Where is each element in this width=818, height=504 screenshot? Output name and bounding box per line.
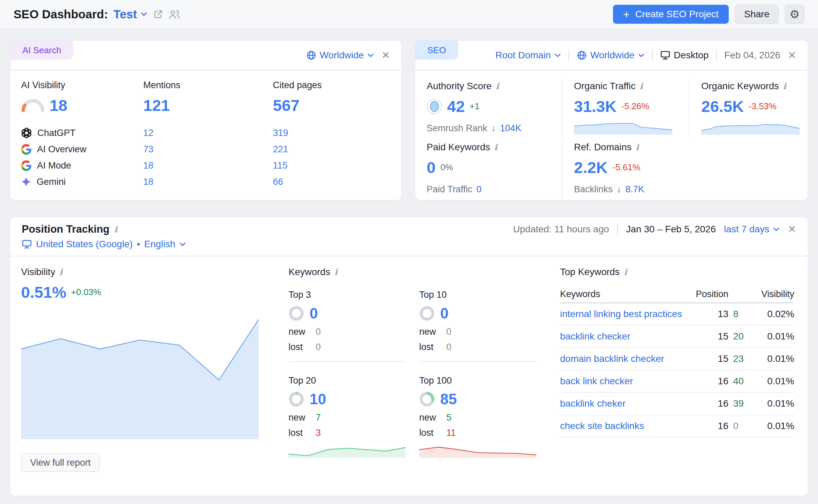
ai-mode-mentions[interactable]: 18 [143, 157, 273, 174]
donut-icon [419, 391, 435, 407]
divider [569, 50, 569, 61]
desktop-icon [22, 239, 32, 249]
google-icon [21, 160, 32, 171]
project-selector[interactable]: Test [113, 7, 148, 21]
ai-overview-cited[interactable]: 221 [273, 141, 388, 157]
info-icon[interactable]: i [114, 225, 117, 234]
authority-score-block: Authority Scorei 42 +1 Semrush Rank ↓ 10… [427, 79, 562, 137]
visibility-trend-chart [21, 310, 259, 439]
share-button[interactable]: Share [735, 5, 779, 24]
backlinks-value[interactable]: 8.7K [626, 184, 645, 195]
info-icon[interactable]: i [783, 81, 786, 91]
tab-ai-search[interactable]: AI Search [10, 41, 73, 60]
divider [419, 361, 536, 362]
divider [289, 361, 406, 362]
ai-visibility-value: 18 [50, 96, 67, 115]
info-icon[interactable]: i [334, 267, 338, 277]
table-row: back link checker 16 40 0.01% [560, 370, 794, 393]
info-icon[interactable]: i [636, 142, 639, 152]
divider [617, 224, 618, 235]
chevron-down-icon [554, 53, 561, 58]
organic-keywords-value: 26.5K [701, 97, 744, 116]
divider [652, 50, 653, 61]
ai-region-dropdown[interactable]: Worldwide [306, 50, 374, 61]
create-seo-project-button[interactable]: + Create SEO Project [613, 5, 729, 24]
organic-keywords-sparkline [701, 119, 800, 135]
bucket-top-10: Top 10 0 new0 lost0 [419, 290, 536, 362]
seo-region-dropdown[interactable]: Worldwide [577, 50, 645, 61]
table-header: Keywords Position Visibility [560, 286, 794, 303]
keyword-link[interactable]: domain backlink checker [560, 353, 691, 364]
visibility-delta: +0.03% [71, 287, 101, 297]
engine-row-ai-mode: AI Mode [21, 157, 143, 174]
settings-button[interactable]: ⚙ [785, 5, 804, 24]
top100-lost: 11 [446, 428, 456, 438]
device-selector[interactable]: Desktop [660, 50, 709, 61]
gemini-cited[interactable]: 66 [273, 174, 388, 190]
top-keywords-section: Top Keywordsi Keywords Position Visibili… [560, 267, 794, 472]
cited-pages-label: Cited pages [273, 80, 388, 96]
top20-trend-sparkline [289, 443, 406, 458]
bucket-top-20: Top 20 10 new7 lost3 [289, 375, 406, 458]
external-link-icon[interactable] [153, 9, 163, 19]
top3-count: 0 [310, 305, 318, 322]
donut-icon [419, 306, 435, 321]
users-icon[interactable] [169, 9, 180, 19]
top20-count: 10 [310, 391, 326, 408]
date-range: Jan 30 – Feb 5, 2026 [626, 224, 716, 235]
keyword-link[interactable]: check site backlinks [560, 421, 691, 431]
ref-domains-value: 2.2K [574, 158, 608, 177]
divider [716, 50, 717, 61]
mentions-label: Mentions [143, 80, 273, 96]
mentions-value: 121 [143, 96, 170, 115]
paid-traffic-value[interactable]: 0 [477, 184, 482, 195]
table-row: internal linking best practices 13 8 0.0… [560, 303, 794, 326]
updated-label: Updated: 11 hours ago [513, 224, 609, 235]
position-tracking-card: Position Tracking i Updated: 11 hours ag… [10, 217, 808, 496]
top-bar: SEO Dashboard: Test + Create SEO Project… [0, 0, 818, 28]
desktop-icon [660, 51, 670, 60]
keyword-link[interactable]: backlink cheker [560, 398, 691, 409]
top100-count: 85 [440, 391, 457, 408]
donut-icon [289, 391, 304, 407]
info-icon[interactable]: i [59, 267, 63, 277]
authority-score-value: 42 [447, 97, 465, 116]
period-dropdown[interactable]: last 7 days [724, 224, 780, 235]
ai-search-card: AI Search Worldwide ✕ AI Visibility Ment… [10, 41, 402, 200]
info-icon[interactable]: i [494, 142, 498, 152]
info-icon[interactable]: i [496, 81, 499, 91]
info-icon[interactable]: i [640, 81, 643, 91]
bucket-top-100: Top 100 85 new5 lost11 [419, 375, 536, 458]
close-icon[interactable]: ✕ [788, 50, 796, 60]
gemini-mentions[interactable]: 18 [143, 174, 273, 190]
chevron-down-icon [367, 53, 374, 58]
chatgpt-cited[interactable]: 319 [273, 125, 388, 141]
ref-domains-block: Ref. Domainsi 2.2K -5.61% Backlinks ↓ 8.… [562, 140, 796, 198]
semrush-rank-value[interactable]: 104K [500, 123, 521, 134]
keyword-link[interactable]: internal linking best practices [560, 309, 691, 319]
ai-mode-cited[interactable]: 115 [273, 157, 388, 174]
keyword-link[interactable]: back link checker [560, 376, 691, 387]
paid-keywords-block: Paid Keywordsi 0 0% Paid Traffic 0 [427, 140, 562, 198]
close-icon[interactable]: ✕ [788, 224, 796, 234]
chatgpt-mentions[interactable]: 12 [143, 125, 273, 141]
campaign-selector[interactable]: United States (Google) • English [22, 239, 796, 250]
top-keywords-table: Keywords Position Visibility internal li… [560, 286, 794, 438]
engine-row-chatgpt: ChatGPT [21, 125, 143, 141]
location-label: United States (Google) [36, 239, 133, 250]
gear-icon: ⚙ [789, 7, 800, 21]
bullet-separator: • [137, 239, 140, 250]
keyword-link[interactable]: backlink checker [560, 331, 691, 342]
visibility-section: Visibilityi 0.51% +0.03% View full repor… [21, 267, 259, 472]
info-icon[interactable]: i [624, 267, 627, 277]
ai-overview-mentions[interactable]: 73 [143, 141, 273, 157]
close-icon[interactable]: ✕ [382, 50, 390, 60]
bucket-top-3: Top 3 0 new0 lost0 [289, 290, 406, 362]
tab-seo[interactable]: SEO [415, 41, 458, 60]
paid-keywords-value: 0 [427, 158, 435, 177]
cited-pages-value: 567 [273, 96, 299, 115]
scope-dropdown[interactable]: Root Domain [496, 50, 561, 61]
chatgpt-icon [21, 128, 32, 138]
chevron-down-icon [140, 12, 148, 17]
view-full-report-button[interactable]: View full report [21, 453, 100, 472]
